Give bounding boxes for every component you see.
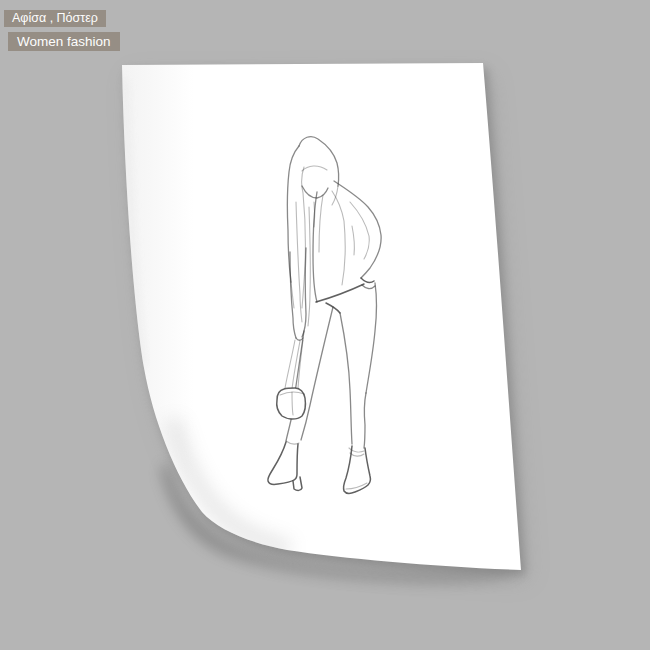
product-title-tag: Women fashion: [8, 32, 120, 51]
product-mockup-scene: Αφίσα , Πόστερ Women fashion: [0, 0, 650, 650]
poster-paper: [122, 63, 521, 570]
poster-sheet-graphic: [0, 0, 650, 650]
category-tag: Αφίσα , Πόστερ: [4, 10, 106, 27]
